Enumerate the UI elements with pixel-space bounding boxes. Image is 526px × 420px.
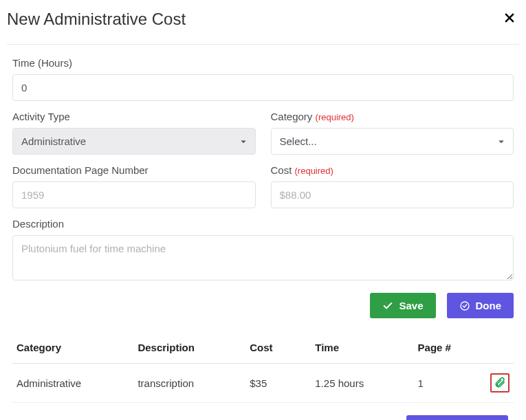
th-description: Description — [138, 342, 250, 353]
modal-header: New Administrative Cost — [7, 10, 519, 45]
cost-label-text: Cost — [271, 164, 292, 176]
table-row: Administrative transcription $35 1.25 ho… — [12, 364, 514, 403]
cost-input[interactable] — [271, 181, 514, 208]
save-button-label: Save — [399, 300, 423, 311]
time-field: Time (Hours) — [12, 57, 514, 101]
row-attach-button[interactable] — [490, 373, 509, 393]
footer: Attach to All — [7, 403, 519, 420]
th-category: Category — [17, 342, 138, 353]
description-input[interactable] — [12, 235, 514, 280]
close-button[interactable] — [500, 10, 519, 29]
paperclip-icon — [494, 376, 506, 390]
category-label: Category (required) — [271, 111, 514, 122]
cost-label: Cost (required) — [271, 164, 514, 176]
cost-field: Cost (required) — [271, 164, 514, 208]
td-time: 1.25 hours — [315, 377, 417, 389]
close-icon — [503, 11, 516, 28]
doc-page-label: Documentation Page Number — [12, 164, 256, 176]
activity-type-select[interactable]: Administrative — [12, 128, 256, 155]
td-description: transcription — [138, 377, 250, 389]
category-field: Category (required) Select... — [271, 111, 514, 155]
cost-required: (required) — [295, 166, 333, 176]
description-field: Description — [12, 218, 514, 283]
category-required: (required) — [316, 112, 354, 122]
form-button-row: Save Done — [12, 293, 514, 318]
form-body: Time (Hours) Activity Type Administrativ… — [7, 57, 519, 318]
doc-page-input[interactable] — [12, 181, 256, 208]
doc-page-field: Documentation Page Number — [12, 164, 256, 208]
save-button[interactable]: Save — [370, 293, 435, 318]
done-button-label: Done — [476, 300, 502, 311]
th-cost: Cost — [250, 342, 315, 353]
modal-title: New Administrative Cost — [7, 10, 186, 29]
category-label-text: Category — [271, 111, 313, 122]
th-time: Time — [315, 342, 417, 353]
th-page: Page # — [418, 342, 474, 353]
td-category: Administrative — [17, 377, 138, 389]
activity-type-label: Activity Type — [12, 111, 256, 122]
check-icon — [382, 300, 393, 311]
attach-to-all-button[interactable]: Attach to All — [406, 415, 508, 420]
cost-table: Category Description Cost Time Page # Ad… — [12, 332, 514, 403]
time-input[interactable] — [12, 74, 514, 101]
category-select[interactable]: Select... — [271, 128, 514, 155]
description-label: Description — [12, 218, 514, 230]
activity-type-field: Activity Type Administrative — [12, 111, 256, 155]
td-page: 1 — [418, 377, 474, 389]
new-admin-cost-modal: New Administrative Cost Time (Hours) Act… — [0, 0, 526, 420]
done-button[interactable]: Done — [447, 293, 514, 318]
table-header-row: Category Description Cost Time Page # — [12, 332, 514, 364]
done-check-circle-icon — [459, 300, 470, 311]
svg-point-0 — [461, 302, 469, 310]
td-cost: $35 — [250, 377, 315, 389]
time-label: Time (Hours) — [12, 57, 514, 69]
